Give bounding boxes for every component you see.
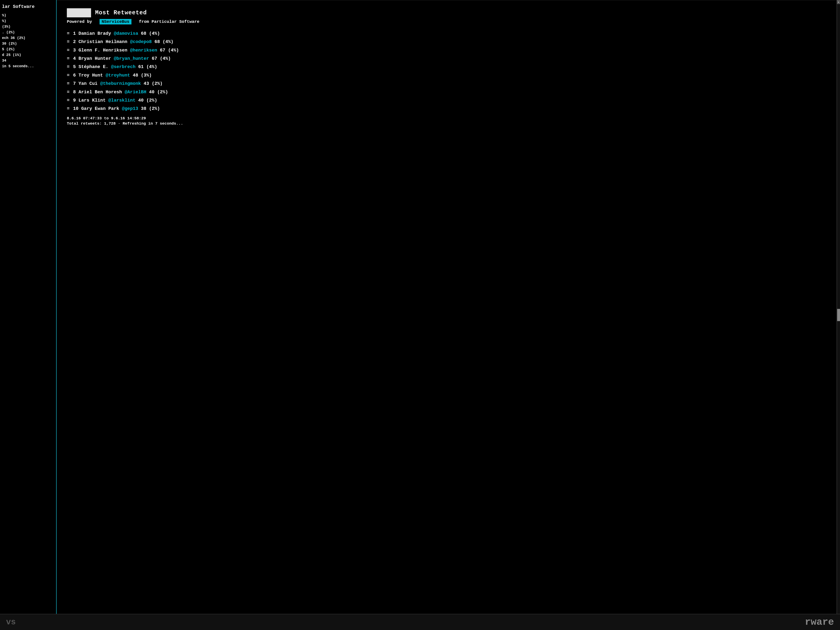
refresh-countdown: Refreshing in 7 seconds... [123, 122, 183, 126]
list-item: = 5 Stéphane E. @serbrech 61 (4%) [67, 64, 826, 70]
count: 38 (2%) [141, 106, 160, 111]
rank: 1 [73, 31, 79, 36]
name: Christian Heilmann [79, 39, 130, 44]
count: 61 (4%) [138, 64, 157, 69]
main-panel: Most Retweeted Powered by NServiceBus fr… [57, 0, 837, 630]
name: Gary Ewan Park [81, 106, 122, 111]
powered-by-suffix: from Particular Software [139, 19, 199, 24]
handle: @gep13 [122, 106, 138, 111]
count: 48 (3%) [133, 73, 152, 78]
rank: 8 [73, 90, 79, 95]
total-retweets-label: Total retweets: [67, 122, 102, 126]
handle: @codepo8 [130, 39, 152, 44]
handle: @bryan_hunter [114, 56, 149, 61]
list-item: = 4 Bryan Hunter @bryan_hunter 67 (4%) [67, 55, 826, 62]
name: Glenn F. Henriksen [79, 47, 130, 53]
list-item: = 10 Gary Ewan Park @gep13 38 (2%) [67, 106, 826, 112]
name: Bryan Hunter [79, 56, 114, 61]
list-item: = 3 Glenn F. Henriksen @henriksen 67 (4%… [67, 47, 826, 54]
nservicebus-badge: NServiceBus [99, 19, 131, 24]
logo-box [67, 8, 91, 17]
scrollbar[interactable]: ▲ ▼ [837, 0, 840, 630]
left-list-item-3: (3%) [2, 25, 54, 29]
name: Troy Hunt [79, 73, 106, 78]
left-list-item-9: 34 [2, 58, 54, 63]
left-list-item-10: in 5 seconds... [2, 64, 54, 68]
handle: @larsklint [109, 98, 136, 103]
rank: 9 [73, 98, 79, 103]
page-title: Most Retweeted [95, 9, 147, 16]
list-item: = 7 Yan Cui @theburningmonk 43 (2%) [67, 81, 826, 87]
total-retweets-number: 1,728 [104, 122, 116, 126]
left-list-item-7: 5 (2%) [2, 47, 54, 51]
separator: · [118, 122, 123, 126]
header-section: Most Retweeted [67, 8, 826, 17]
left-panel: lar Software %) %) (3%) . (2%) ech 36 (2… [0, 0, 57, 630]
rank: 5 [73, 64, 79, 69]
handle: @serbrech [111, 64, 136, 69]
left-list-item-4: . (2%) [2, 30, 54, 34]
name: Lars Klint [79, 98, 109, 103]
count: 67 (4%) [160, 47, 179, 53]
handle: @damovisa [114, 31, 138, 36]
left-list-item-8: d 25 (1%) [2, 53, 54, 57]
rank: 10 [73, 106, 81, 111]
name: Ariel Ben Horesh [79, 90, 125, 95]
rank: 7 [73, 81, 79, 86]
count: 67 (4%) [152, 56, 171, 61]
count: 68 (4%) [155, 39, 174, 44]
handle: @troyhunt [106, 73, 130, 78]
rank: 3 [73, 47, 79, 53]
count: 40 (2%) [149, 90, 168, 95]
refresh-line: Total retweets: 1,728 · Refreshing in 7 … [67, 122, 826, 126]
scrollbar-up-arrow[interactable]: ▲ [837, 0, 840, 4]
list-item: = 9 Lars Klint @larsklint 40 (2%) [67, 97, 826, 104]
list-item: = 1 Damian Brady @damovisa 68 (4%) [67, 30, 826, 37]
left-panel-title: lar Software [2, 4, 54, 9]
powered-by-prefix: Powered by [67, 19, 92, 24]
name: Damian Brady [79, 31, 114, 36]
bottom-right-text: rware [805, 617, 834, 628]
count: 43 (2%) [144, 81, 163, 86]
list-item: = 6 Troy Hunt @troyhunt 48 (3%) [67, 72, 826, 79]
leaderboard-list: = 1 Damian Brady @damovisa 68 (4%) = 2 C… [67, 30, 826, 112]
bottom-left-text: vs [6, 618, 16, 627]
rank: 6 [73, 73, 79, 78]
count: 68 (4%) [141, 31, 160, 36]
date-range: 8.6.16 07:47:33 to 9.6.16 14:58:29 [67, 116, 826, 120]
scrollbar-thumb[interactable] [837, 309, 840, 321]
name: Stéphane E. [79, 64, 111, 69]
left-list-item-6: 30 (2%) [2, 42, 54, 46]
handle: @theburningmonk [100, 81, 141, 86]
left-list-item-2: %) [2, 19, 54, 23]
footer-section: 8.6.16 07:47:33 to 9.6.16 14:58:29 Total… [67, 116, 826, 126]
count: 40 (2%) [138, 98, 157, 103]
powered-by-line: Powered by NServiceBus from Particular S… [67, 19, 826, 24]
rank: 2 [73, 39, 79, 44]
left-list-item-5: ech 36 (2%) [2, 36, 54, 40]
name: Yan Cui [79, 81, 100, 86]
list-item: = 8 Ariel Ben Horesh @ArielBH 40 (2%) [67, 89, 826, 95]
list-item: = 2 Christian Heilmann @codepo8 68 (4%) [67, 39, 826, 45]
left-list-item-1: %) [2, 13, 54, 17]
handle: @henriksen [130, 47, 157, 53]
handle: @ArielBH [125, 90, 147, 95]
rank: 4 [73, 56, 79, 61]
